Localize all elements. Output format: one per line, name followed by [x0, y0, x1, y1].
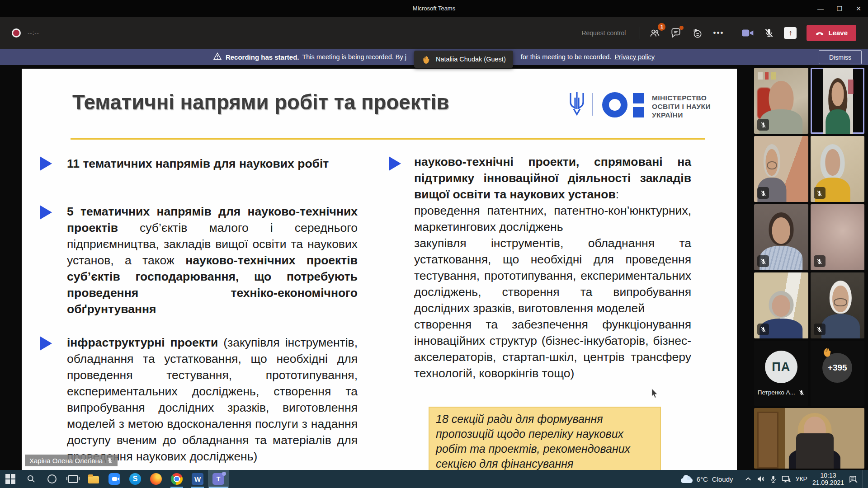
mic-muted-icon: [798, 389, 805, 396]
mic-muted-badge: [757, 119, 769, 131]
camera-toggle-button[interactable]: [741, 26, 755, 40]
mic-toggle-button[interactable]: [762, 26, 776, 40]
windows-taskbar: S W T 6°C Cloudy: [0, 470, 868, 488]
mic-muted-badge: [757, 324, 769, 335]
mic-muted-icon: [760, 190, 767, 197]
network-button[interactable]: [782, 475, 791, 483]
mic-muted-icon: [816, 326, 823, 333]
privacy-policy-link[interactable]: Privacy policy: [614, 53, 655, 61]
participants-panel: ПА Петренко А... +395: [754, 68, 864, 469]
word-app-button[interactable]: W: [187, 470, 208, 488]
close-button[interactable]: ✕: [849, 0, 868, 17]
hang-up-icon: [815, 30, 824, 36]
request-control-button[interactable]: Request control: [581, 29, 626, 37]
raised-hand-icon: [821, 345, 834, 360]
show-desktop-button[interactable]: [863, 470, 865, 488]
participant-tile[interactable]: ПА Петренко А...: [754, 341, 808, 406]
participant-tile[interactable]: [754, 68, 808, 134]
bullet-triangle-icon: [40, 156, 52, 171]
meeting-timer: --:--: [28, 29, 39, 36]
restore-button[interactable]: ❐: [830, 0, 849, 17]
task-view-button[interactable]: [62, 470, 83, 488]
participant-name: Петренко А...: [758, 389, 805, 396]
mic-muted-badge: [814, 187, 826, 199]
leave-button[interactable]: Leave: [807, 25, 856, 41]
ministry-name: МІНІСТЕРСТВО ОСВІТИ І НАУКИ УКРАЇНИ: [652, 94, 711, 119]
mouse-cursor: [651, 389, 658, 399]
bullet-triangle-icon: [40, 336, 52, 351]
participant-tile[interactable]: [754, 272, 808, 338]
weather-condition: Cloudy: [712, 475, 733, 483]
presenter-name-overlay: Харіна Олена Олегівна: [25, 455, 118, 466]
mic-muted-badge: [757, 187, 769, 199]
taskbar-weather[interactable]: 6°C Cloudy: [681, 475, 733, 483]
chrome-app-button[interactable]: [166, 470, 187, 488]
teams-app-button[interactable]: T: [208, 470, 229, 488]
mic-muted-badge: [814, 324, 826, 335]
start-button[interactable]: [0, 470, 21, 488]
skype-app-button[interactable]: S: [125, 470, 146, 488]
participants-button[interactable]: 1: [648, 26, 661, 40]
title-underline: [71, 138, 705, 140]
hidden-icons-button[interactable]: [745, 475, 752, 483]
share-button[interactable]: ↑: [783, 26, 797, 40]
participant-video: [765, 408, 864, 469]
warning-icon: [213, 52, 222, 61]
bullet-triangle-icon: [40, 205, 52, 220]
taskbar-clock[interactable]: 10:13 21.09.2021: [812, 472, 844, 486]
minimize-button[interactable]: —: [811, 0, 830, 17]
ukraine-trident-logo: [568, 90, 586, 117]
chat-notification-dot: [679, 26, 684, 30]
cortana-icon: [47, 474, 57, 483]
leave-label: Leave: [828, 29, 848, 37]
dismiss-button[interactable]: Dismiss: [819, 50, 862, 64]
teams-window: Microsoft Teams — ❐ ✕ --:-- Request cont…: [0, 0, 868, 488]
firefox-app-button[interactable]: [146, 470, 166, 488]
search-icon: [27, 474, 36, 483]
tray-mic-button[interactable]: [770, 475, 777, 483]
volume-button[interactable]: [757, 475, 765, 483]
cortana-button[interactable]: [42, 470, 62, 488]
chat-button[interactable]: [669, 26, 683, 40]
network-icon: [782, 475, 791, 483]
participant-tile[interactable]: [754, 408, 864, 469]
raised-hand-toast[interactable]: Nataliia Chudak (Guest): [414, 51, 513, 68]
more-options-button[interactable]: •••: [712, 26, 725, 40]
toolbar-divider: [640, 27, 640, 39]
overflow-count-badge: +395: [822, 353, 852, 383]
participant-tile[interactable]: [811, 68, 865, 134]
toast-participant-name: Nataliia Chudak (Guest): [436, 56, 506, 63]
time: 10:13: [812, 472, 844, 479]
slide-right-bullet: науково-технічні проекти, спрямовані на …: [414, 154, 691, 381]
mic-muted-icon: [760, 258, 767, 265]
mic-muted-icon: [760, 122, 767, 128]
participant-tile[interactable]: [754, 204, 808, 270]
action-center-button[interactable]: [849, 475, 858, 483]
bullet-triangle-icon: [389, 156, 401, 171]
mic-muted-badge: [814, 255, 826, 267]
language-indicator[interactable]: УКР: [796, 475, 807, 483]
taskbar-search[interactable]: [21, 470, 42, 488]
meeting-toolbar: --:-- Request control 1: [0, 17, 868, 49]
mic-muted-icon: [107, 457, 113, 464]
slide-callout-box: 18 секцій ради для формування пропозицій…: [429, 407, 661, 476]
zoom-icon: [108, 473, 120, 485]
mic-muted-badge: [757, 255, 769, 267]
participants-badge: 1: [658, 23, 665, 31]
speaker-icon: [757, 475, 765, 483]
participant-tile[interactable]: [811, 204, 865, 270]
ministry-logo-icon: [633, 93, 644, 103]
mic-muted-icon: [816, 258, 823, 265]
raise-hand-icon: [691, 27, 703, 39]
ministry-logo-icon: [633, 107, 644, 117]
participant-tile[interactable]: [811, 136, 865, 202]
file-explorer-button[interactable]: [83, 470, 104, 488]
reactions-button[interactable]: [690, 26, 704, 40]
participant-tile[interactable]: [754, 136, 808, 202]
task-view-icon: [68, 475, 78, 483]
logo-divider: [592, 93, 593, 116]
participant-tile[interactable]: +395: [811, 341, 865, 406]
participant-tile[interactable]: [811, 272, 865, 338]
window-titlebar: Microsoft Teams — ❐ ✕: [0, 0, 868, 17]
zoom-app-button[interactable]: [104, 470, 125, 488]
